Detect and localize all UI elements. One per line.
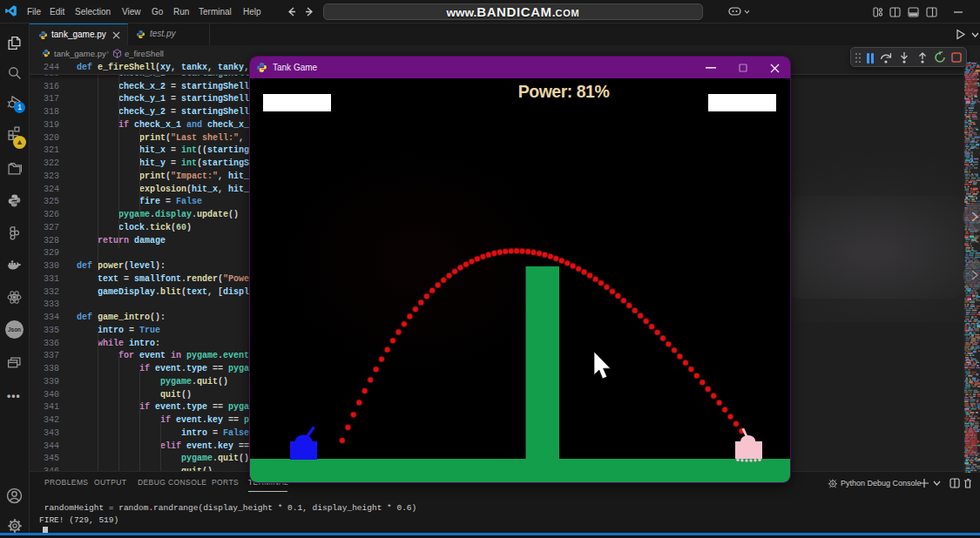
svg-text:Power: 81%: Power: 81%	[518, 82, 610, 101]
